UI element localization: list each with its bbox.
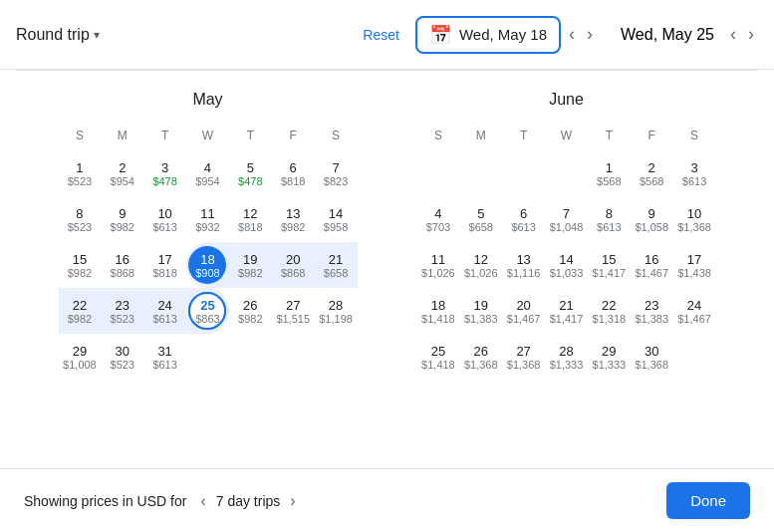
calendar-day[interactable]: 10$1,368: [673, 196, 716, 242]
day-header: W: [186, 125, 229, 146]
calendar-day[interactable]: 30$523: [101, 334, 143, 380]
calendar-day[interactable]: 28$1,198: [315, 288, 358, 334]
date1-prev-button[interactable]: ‹: [565, 20, 579, 49]
calendar-day[interactable]: 11$1,026: [417, 242, 460, 288]
calendar-day[interactable]: 19$1,383: [459, 288, 502, 334]
calendar-day[interactable]: 7$1,048: [545, 196, 588, 242]
calendar-day[interactable]: 2$954: [101, 150, 143, 196]
calendar-day[interactable]: 17$818: [143, 242, 186, 288]
date1-box[interactable]: 📅 Wed, May 18: [415, 16, 561, 54]
calendar-day[interactable]: 3$613: [673, 150, 716, 196]
day-number: 22: [602, 298, 616, 313]
calendar-day[interactable]: 20$868: [272, 242, 315, 288]
calendar-day[interactable]: 26$1,368: [459, 334, 502, 380]
calendar-day[interactable]: 21$658: [315, 242, 358, 288]
calendar-day[interactable]: 31$613: [143, 334, 186, 380]
calendar-day[interactable]: 1$523: [59, 150, 102, 196]
day-number: 22: [73, 298, 87, 313]
date2-prev-button[interactable]: ‹: [726, 20, 740, 49]
day-price: $1,198: [319, 313, 353, 325]
date1-next-button[interactable]: ›: [583, 20, 597, 49]
day-number: 23: [116, 298, 129, 313]
day-price: $1,008: [63, 359, 97, 371]
calendar-day[interactable]: 14$1,033: [545, 242, 588, 288]
day-price: $1,368: [507, 359, 541, 371]
calendar-day[interactable]: 17$1,438: [673, 242, 716, 288]
day-number: 27: [516, 344, 530, 359]
calendar-day[interactable]: 26$982: [229, 288, 272, 334]
calendar-day[interactable]: 16$1,467: [631, 242, 673, 288]
calendar-day[interactable]: 11$932: [186, 196, 229, 242]
calendar-day[interactable]: 12$1,026: [459, 242, 502, 288]
calendar-day[interactable]: 8$523: [59, 196, 102, 242]
calendar-day[interactable]: 22$982: [59, 288, 102, 334]
calendar-day[interactable]: 1$568: [588, 150, 631, 196]
calendar-day[interactable]: 3$478: [143, 150, 186, 196]
footer: Showing prices in USD for ‹ 7 day trips …: [0, 468, 774, 532]
day-price: $823: [324, 175, 348, 187]
trip-type-prev-button[interactable]: ‹: [194, 490, 211, 512]
day-price: $703: [426, 221, 450, 233]
calendar-day[interactable]: 15$1,417: [588, 242, 631, 288]
calendar-day[interactable]: 12$818: [229, 196, 272, 242]
calendar-day[interactable]: 22$1,318: [588, 288, 631, 334]
day-number: 6: [290, 160, 297, 175]
day-price: $818: [281, 175, 305, 187]
reset-button[interactable]: Reset: [363, 27, 399, 43]
calendar-day[interactable]: 28$1,333: [545, 334, 588, 380]
calendar-day[interactable]: 20$1,467: [502, 288, 545, 334]
day-price: $1,048: [550, 221, 584, 233]
calendar-day[interactable]: 29$1,008: [59, 334, 102, 380]
calendar-day[interactable]: 16$868: [101, 242, 143, 288]
calendar-day[interactable]: 18$908: [186, 242, 229, 288]
calendar-day[interactable]: 10$613: [143, 196, 186, 242]
day-price: $613: [511, 221, 535, 233]
calendar-day[interactable]: 24$613: [143, 288, 186, 334]
day-price: $1,116: [507, 267, 541, 279]
date2-next-button[interactable]: ›: [744, 20, 758, 49]
round-trip-button[interactable]: Round trip ▾: [16, 26, 100, 44]
done-button[interactable]: Done: [666, 482, 750, 519]
calendar-day[interactable]: 27$1,368: [502, 334, 545, 380]
calendar-day[interactable]: 7$823: [315, 150, 358, 196]
calendar-day[interactable]: 30$1,368: [631, 334, 673, 380]
calendar-day[interactable]: 25$863: [186, 288, 229, 334]
calendar-day[interactable]: 24$1,467: [673, 288, 716, 334]
calendar-day[interactable]: 6$818: [272, 150, 315, 196]
calendar-day[interactable]: 13$982: [272, 196, 315, 242]
day-price: $868: [111, 267, 134, 279]
calendar-day[interactable]: 23$1,383: [631, 288, 673, 334]
calendar-day[interactable]: 2$568: [631, 150, 673, 196]
calendar-day[interactable]: 5$478: [229, 150, 272, 196]
calendar-day[interactable]: 4$703: [417, 196, 460, 242]
calendar-day[interactable]: 4$954: [186, 150, 229, 196]
day-number: 11: [431, 252, 445, 267]
calendar-day[interactable]: 23$523: [101, 288, 143, 334]
calendar-day[interactable]: 18$1,418: [417, 288, 460, 334]
calendar-day[interactable]: 8$613: [588, 196, 631, 242]
calendar-day[interactable]: 19$982: [229, 242, 272, 288]
day-number: 16: [116, 252, 129, 267]
day-price: $908: [195, 267, 219, 279]
calendar-day[interactable]: 25$1,418: [417, 334, 460, 380]
calendar-day[interactable]: 27$1,515: [272, 288, 315, 334]
day-number: 14: [559, 252, 573, 267]
calendar-day[interactable]: 5$658: [459, 196, 502, 242]
trip-type-next-button[interactable]: ›: [284, 490, 301, 512]
day-header: S: [59, 125, 102, 146]
calendar-day[interactable]: 29$1,333: [588, 334, 631, 380]
day-price: $868: [281, 267, 305, 279]
calendar-day[interactable]: 15$982: [59, 242, 102, 288]
calendar-day[interactable]: 9$982: [101, 196, 143, 242]
calendar-day[interactable]: 14$958: [315, 196, 358, 242]
day-number: 10: [687, 206, 701, 221]
day-header: M: [459, 125, 502, 146]
calendar-day[interactable]: 21$1,417: [545, 288, 588, 334]
calendar-day[interactable]: 6$613: [502, 196, 545, 242]
day-price: $1,418: [421, 359, 455, 371]
calendar-day[interactable]: 9$1,058: [631, 196, 673, 242]
day-price: $982: [68, 267, 92, 279]
day-header: T: [588, 125, 631, 146]
calendar-day[interactable]: 13$1,116: [502, 242, 545, 288]
day-price: $613: [597, 221, 621, 233]
